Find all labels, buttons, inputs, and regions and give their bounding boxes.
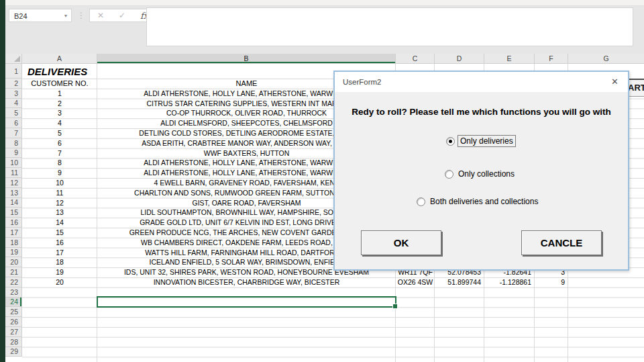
column-header-g[interactable]: G [568, 54, 644, 64]
cell-a15[interactable]: 13 [22, 208, 97, 218]
cell-a8[interactable]: 6 [22, 138, 97, 148]
row-header-2[interactable]: 2 [5, 79, 22, 89]
cell-a9[interactable]: 7 [22, 148, 97, 159]
cell-a2-header[interactable]: CUSTOMER NO. [22, 79, 97, 89]
ribbon-edge [5, 0, 644, 6]
dialog-message: Redy to roll? Please tell me which funct… [335, 107, 628, 117]
name-box[interactable]: B24 ▾ [9, 9, 72, 22]
cell-f22[interactable]: 9 [535, 277, 568, 287]
cell-a7[interactable]: 5 [22, 128, 97, 138]
enter-entry-icon[interactable]: ✓ [119, 11, 125, 20]
row-header-20[interactable]: 20 [5, 257, 22, 267]
cancel-entry-icon[interactable]: ✕ [97, 11, 104, 20]
cell-a20[interactable]: 18 [22, 257, 97, 267]
cell-c22[interactable]: OX26 4SW [396, 277, 435, 287]
cell-a10[interactable]: 8 [22, 158, 97, 168]
name-box-value: B24 [14, 12, 28, 20]
row-header-9[interactable]: 9 [5, 148, 22, 159]
column-header-b-selected[interactable]: B [97, 54, 396, 64]
row-header-5[interactable]: 5 [5, 108, 22, 118]
cell-a22[interactable]: 20 [22, 277, 97, 287]
cell-a16[interactable]: 14 [22, 218, 97, 228]
row-header-15[interactable]: 15 [5, 208, 22, 218]
fill-handle[interactable] [392, 304, 398, 309]
row-header-29[interactable]: 29 [5, 347, 22, 357]
column-header-f[interactable]: F [535, 54, 568, 64]
userform-dialog: UserForm2 ✕ Redy to roll? Please tell me… [333, 71, 629, 271]
row-header-21[interactable]: 21 [5, 267, 22, 277]
radio-unselected-icon[interactable] [417, 197, 425, 206]
cell-a3[interactable]: 1 [22, 89, 97, 99]
cell-a17[interactable]: 15 [22, 228, 97, 238]
row-header-27[interactable]: 27 [5, 327, 22, 337]
ok-button[interactable]: OK [361, 230, 441, 255]
row-header-4[interactable]: 4 [5, 99, 22, 109]
excel-window: B24 ▾ ⋮ ✕ ✓ fx A B C D E F G 12345678910… [0, 0, 644, 362]
row-header-19[interactable]: 19 [5, 248, 22, 258]
radio-label[interactable]: Both deliveries and collections [428, 196, 540, 207]
cell-a14[interactable]: 12 [22, 198, 97, 208]
row-header-11[interactable]: 11 [5, 168, 22, 178]
radio-label[interactable]: Only deliveries [458, 135, 516, 147]
radio-unselected-icon[interactable] [445, 170, 453, 179]
row-header-18[interactable]: 18 [5, 238, 22, 248]
row-header-16[interactable]: 16 [5, 218, 22, 228]
active-cell-b24[interactable] [97, 296, 396, 308]
cancel-button[interactable]: CANCLE [521, 230, 602, 255]
row-header-26[interactable]: 26 [5, 317, 22, 327]
cell-a4[interactable]: 2 [22, 99, 97, 109]
column-header-d[interactable]: D [435, 54, 484, 64]
formula-bar-input[interactable] [146, 7, 633, 46]
row-header-7[interactable]: 7 [5, 128, 22, 138]
row-header-3[interactable]: 3 [5, 89, 22, 99]
row-header-17[interactable]: 17 [5, 228, 22, 238]
cell-d22[interactable]: 51.899744 [435, 277, 484, 287]
row-header-10[interactable]: 10 [5, 158, 22, 168]
column-header-a[interactable]: A [22, 54, 97, 64]
row-header-23[interactable]: 23 [5, 287, 22, 298]
column-header-e[interactable]: E [484, 54, 535, 64]
cell-a18[interactable]: 16 [22, 238, 97, 248]
partial-start-header-cell[interactable]: ART [628, 79, 644, 97]
cell-b22[interactable]: INNOVATION BICESTER, CHARBRIDGE WAY, BIC… [97, 277, 396, 287]
more-dots-icon: ⋮ [77, 9, 83, 22]
dialog-titlebar[interactable]: UserForm2 ✕ [335, 72, 628, 92]
row-header-28[interactable]: 28 [5, 337, 22, 347]
formula-bar-band: B24 ▾ ⋮ ✕ ✓ fx [5, 6, 644, 54]
window-left-edge [0, 0, 5, 362]
cell-a1-title[interactable]: DELIVERIES [28, 65, 162, 79]
cell-a12[interactable]: 10 [22, 178, 97, 188]
row-header-24[interactable]: 24 [5, 298, 22, 308]
row-header-13[interactable]: 13 [5, 188, 22, 198]
cell-a6[interactable]: 4 [22, 118, 97, 128]
close-icon[interactable]: ✕ [611, 72, 619, 92]
column-header-c[interactable]: C [396, 54, 435, 64]
cell-a5[interactable]: 3 [22, 108, 97, 118]
row-header-25[interactable]: 25 [5, 307, 22, 317]
select-all-icon [14, 56, 20, 62]
radio-only-deliveries[interactable]: Only deliveries [446, 135, 516, 147]
cell-a11[interactable]: 9 [22, 168, 97, 178]
radio-selected-icon[interactable] [446, 137, 455, 146]
select-all-corner[interactable] [5, 54, 22, 64]
row-header-12[interactable]: 12 [5, 178, 22, 188]
dialog-title: UserForm2 [343, 72, 382, 92]
cell-a21[interactable]: 19 [22, 267, 97, 277]
row-header-6[interactable]: 6 [5, 118, 22, 128]
cell-e22[interactable]: -1.128861 [484, 277, 535, 287]
row-header-8[interactable]: 8 [5, 138, 22, 148]
row-header-1[interactable]: 1 [5, 64, 22, 79]
row-header-22[interactable]: 22 [5, 277, 22, 287]
radio-both-deliveries-collections[interactable]: Both deliveries and collections [417, 196, 540, 207]
radio-label[interactable]: Only collections [456, 169, 517, 179]
cell-a13[interactable]: 11 [22, 188, 97, 198]
row-header-14[interactable]: 14 [5, 198, 22, 208]
name-box-dropdown-icon[interactable]: ▾ [64, 9, 67, 23]
radio-only-collections[interactable]: Only collections [445, 169, 517, 179]
column-headers: A B C D E F G [5, 54, 644, 64]
cell-a19[interactable]: 17 [22, 248, 97, 258]
